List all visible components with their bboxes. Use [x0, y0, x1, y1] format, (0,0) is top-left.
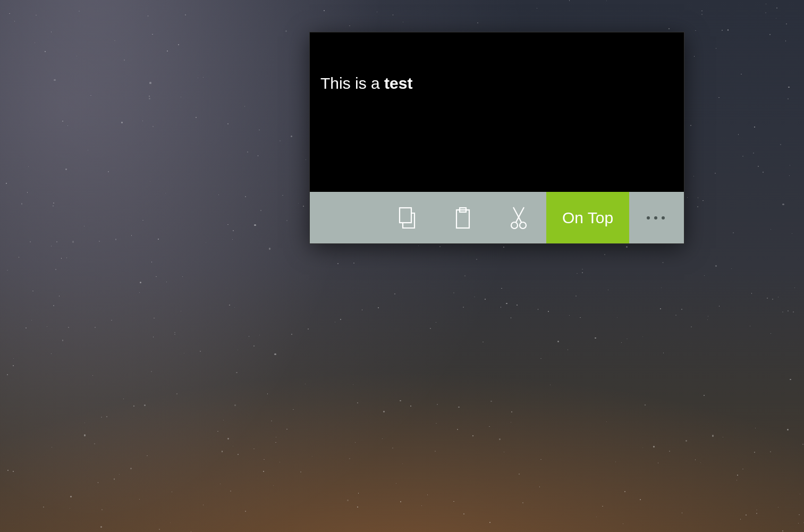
desktop-wallpaper: This is a test [0, 0, 804, 532]
sticky-note-window: This is a test [309, 32, 684, 244]
copy-icon [396, 207, 418, 229]
toolbar-spacer [310, 192, 379, 243]
cut-button[interactable] [490, 192, 546, 243]
on-top-button[interactable]: On Top [546, 192, 629, 243]
more-button[interactable] [629, 192, 682, 243]
note-text-bold: test [384, 74, 412, 92]
on-top-label: On Top [562, 209, 613, 227]
cut-icon [510, 206, 528, 230]
svg-point-5 [511, 222, 518, 229]
more-icon [645, 216, 667, 219]
note-text-plain: This is a [320, 74, 384, 92]
svg-point-6 [520, 222, 526, 229]
paste-button[interactable] [435, 192, 490, 243]
copy-button[interactable] [379, 192, 435, 243]
svg-rect-0 [400, 208, 411, 223]
note-content-area[interactable]: This is a test [310, 32, 684, 192]
paste-icon [452, 207, 473, 229]
svg-rect-1 [456, 210, 469, 228]
note-toolbar: On Top [310, 192, 684, 243]
